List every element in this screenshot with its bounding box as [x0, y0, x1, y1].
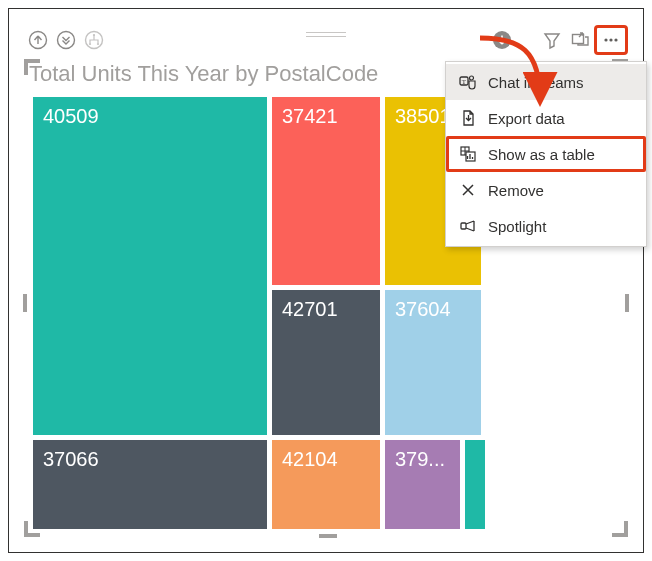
menu-item-show-as-table[interactable]: Show as a table — [446, 136, 646, 172]
export-icon — [458, 108, 478, 128]
treemap-tile[interactable]: 37421 — [272, 97, 380, 285]
svg-point-10 — [614, 38, 617, 41]
drag-handle[interactable] — [306, 29, 346, 39]
hierarchy-expand-icon — [84, 30, 104, 50]
selection-handle-bottom[interactable] — [319, 534, 337, 538]
selection-corner-br[interactable] — [612, 521, 628, 537]
svg-point-3 — [93, 34, 95, 36]
close-icon — [458, 180, 478, 200]
table-chart-icon — [458, 144, 478, 164]
drill-mode-button[interactable] — [488, 26, 516, 54]
menu-item-spotlight[interactable]: Spotlight — [446, 208, 646, 244]
ellipsis-icon — [601, 30, 621, 50]
svg-point-8 — [604, 38, 607, 41]
visual-container: Total Units This Year by PostalCode 4050… — [8, 8, 644, 553]
treemap-tile[interactable]: 42104 — [272, 440, 380, 529]
menu-item-label: Export data — [488, 110, 565, 127]
chart-title: Total Units This Year by PostalCode — [29, 61, 378, 87]
treemap-tile[interactable]: 42701 — [272, 290, 380, 435]
more-options-button[interactable] — [594, 25, 628, 55]
menu-item-label: Spotlight — [488, 218, 546, 235]
treemap-tile[interactable]: 40509 — [33, 97, 267, 435]
svg-rect-16 — [461, 223, 466, 229]
focus-mode-icon — [570, 30, 590, 50]
expand-level-button — [80, 26, 108, 54]
teams-icon: T — [458, 72, 478, 92]
menu-item-export-data[interactable]: Export data — [446, 100, 646, 136]
svg-point-4 — [89, 43, 91, 45]
drill-up-button[interactable] — [24, 26, 52, 54]
treemap-tile[interactable] — [465, 440, 485, 529]
funnel-icon — [542, 30, 562, 50]
arrow-down-circle-fill-icon — [492, 30, 512, 50]
selection-handle-left[interactable] — [23, 294, 27, 312]
selection-corner-tl[interactable] — [24, 59, 40, 75]
menu-item-label: Show as a table — [488, 146, 595, 163]
svg-text:T: T — [462, 78, 467, 86]
filter-button[interactable] — [538, 26, 566, 54]
treemap-tile[interactable]: 37066 — [33, 440, 267, 529]
menu-item-remove[interactable]: Remove — [446, 172, 646, 208]
menu-item-label: Chat in Teams — [488, 74, 584, 91]
spotlight-icon — [458, 216, 478, 236]
arrow-up-circle-icon — [28, 30, 48, 50]
svg-point-13 — [470, 76, 474, 80]
treemap-chart[interactable]: 40509 37066 37421 42701 42104 38501 3760… — [33, 97, 481, 529]
svg-point-9 — [609, 38, 612, 41]
menu-item-label: Remove — [488, 182, 544, 199]
drill-down-button[interactable] — [52, 26, 80, 54]
arrow-down-double-circle-icon — [56, 30, 76, 50]
context-menu: T Chat in Teams Export data Show as a ta… — [445, 61, 647, 247]
menu-item-chat-teams[interactable]: T Chat in Teams — [446, 64, 646, 100]
svg-point-5 — [97, 43, 99, 45]
focus-mode-button[interactable] — [566, 26, 594, 54]
svg-rect-7 — [573, 35, 584, 44]
treemap-tile[interactable]: 37604 — [385, 290, 481, 435]
selection-handle-right[interactable] — [625, 294, 629, 312]
treemap-tile[interactable]: 379... — [385, 440, 460, 529]
